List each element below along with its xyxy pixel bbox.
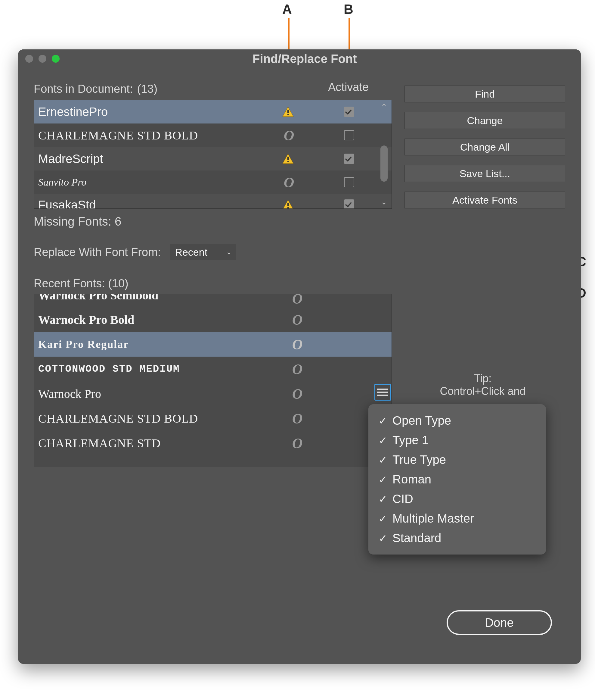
menu-item[interactable]: ✓True Type xyxy=(377,450,537,469)
svg-rect-7 xyxy=(287,203,289,206)
menu-item-label: True Type xyxy=(393,453,446,466)
check-icon: ✓ xyxy=(378,513,387,525)
check-icon: ✓ xyxy=(378,532,387,544)
font-row[interactable]: FusakaStd xyxy=(34,194,392,209)
scrollbar[interactable]: ⌃ ⌄ xyxy=(378,102,390,207)
scroll-thumb[interactable] xyxy=(380,145,388,182)
font-name: CHARLEMAGNE STD xyxy=(38,436,392,450)
find-replace-font-dialog: Find/Replace Font Activate Fonts in Docu… xyxy=(18,49,581,664)
font-type-filter-menu[interactable]: ✓Open Type ✓Type 1 ✓True Type ✓Roman ✓CI… xyxy=(368,404,546,555)
opentype-icon: O xyxy=(291,336,304,353)
menu-item-label: Type 1 xyxy=(393,433,429,447)
menu-item[interactable]: ✓Roman xyxy=(377,469,537,489)
check-icon: ✓ xyxy=(378,474,387,486)
zoom-icon[interactable] xyxy=(52,55,60,63)
menu-item-label: Roman xyxy=(393,473,431,486)
recent-font-row[interactable]: Warnock Pro O xyxy=(34,381,392,406)
font-name: ErnestinePro xyxy=(38,105,392,119)
svg-rect-2 xyxy=(287,114,289,115)
font-row[interactable]: MadreScript xyxy=(34,147,392,170)
activate-checkbox[interactable] xyxy=(344,177,354,187)
callout-a: A xyxy=(282,2,292,17)
replace-source-value: Recent xyxy=(175,246,207,258)
activate-checkbox[interactable] xyxy=(344,154,354,164)
fonts-in-doc-count: (13) xyxy=(137,83,158,96)
save-list-button[interactable]: Save List... xyxy=(404,165,565,182)
font-row[interactable]: ErnestinePro xyxy=(34,100,392,124)
callout-b: B xyxy=(344,2,353,17)
minimize-icon[interactable] xyxy=(38,55,46,63)
titlebar: Find/Replace Font xyxy=(18,49,581,68)
recent-fonts-count: (10) xyxy=(108,277,129,290)
opentype-icon: O xyxy=(291,294,304,307)
change-all-button[interactable]: Change All xyxy=(404,139,565,155)
warning-icon xyxy=(282,106,294,117)
activate-checkbox[interactable] xyxy=(344,107,354,117)
replace-with-label: Replace With Font From: xyxy=(34,246,161,259)
done-button[interactable]: Done xyxy=(447,610,552,635)
menu-item[interactable]: ✓Multiple Master xyxy=(377,509,537,528)
opentype-icon: O xyxy=(291,385,304,402)
recent-font-row[interactable]: Kari Pro Regular O xyxy=(34,332,392,357)
menu-item-label: Standard xyxy=(393,531,441,545)
font-name: COTTONWOOD STD MEDIUM xyxy=(38,363,392,375)
recent-fonts-text: Recent Fonts: xyxy=(34,277,105,290)
window-title: Find/Replace Font xyxy=(253,52,357,66)
check-icon: ✓ xyxy=(378,415,387,427)
missing-fonts-label: Missing Fonts: 6 xyxy=(34,215,392,228)
svg-rect-8 xyxy=(287,207,289,209)
find-button[interactable]: Find xyxy=(404,85,565,102)
window-controls xyxy=(18,55,60,63)
font-name: MadreScript xyxy=(38,152,392,166)
activate-fonts-button[interactable]: Activate Fonts xyxy=(404,192,565,209)
warning-icon xyxy=(282,153,294,164)
opentype-icon: O xyxy=(291,312,304,328)
svg-rect-4 xyxy=(287,157,289,160)
font-name: Warnock Pro Semibold xyxy=(38,294,392,302)
font-name: Warnock Pro xyxy=(38,387,392,401)
font-name: CHARLEMAGNE STD BOLD xyxy=(38,411,392,426)
opentype-icon: O xyxy=(291,361,304,377)
font-row[interactable]: Sanvito Pro O xyxy=(34,170,392,194)
warning-icon xyxy=(282,199,294,209)
recent-fonts-label: Recent Fonts: (10) xyxy=(34,277,392,290)
opentype-icon: O xyxy=(283,174,295,191)
close-icon[interactable] xyxy=(25,55,33,63)
recent-font-row[interactable]: Warnock Pro Semibold O xyxy=(34,294,392,307)
recent-font-row[interactable]: COTTONWOOD STD MEDIUM O xyxy=(34,357,392,381)
recent-fonts-list[interactable]: Warnock Pro Semibold O Warnock Pro Bold … xyxy=(34,294,392,467)
chevron-up-icon[interactable]: ⌃ xyxy=(381,102,387,112)
activate-column-header: Activate xyxy=(328,81,369,94)
recent-font-row[interactable]: CHARLEMAGNE STD O xyxy=(34,431,392,455)
svg-rect-1 xyxy=(287,110,289,113)
recent-font-row[interactable]: Warnock Pro Bold O xyxy=(34,307,392,332)
menu-item[interactable]: ✓Standard xyxy=(377,528,537,548)
chevron-down-icon[interactable]: ⌄ xyxy=(381,197,387,207)
menu-item-label: Open Type xyxy=(393,414,451,427)
filter-list-icon[interactable] xyxy=(374,384,391,401)
font-name: Sanvito Pro xyxy=(38,177,392,188)
menu-item[interactable]: ✓Type 1 xyxy=(377,430,537,450)
font-name: Kari Pro Regular xyxy=(38,338,392,351)
menu-item-label: CID xyxy=(393,492,413,506)
menu-item[interactable]: ✓CID xyxy=(377,489,537,509)
check-icon: ✓ xyxy=(378,434,387,447)
check-icon: ✓ xyxy=(378,493,387,505)
check-icon: ✓ xyxy=(378,454,387,466)
fonts-in-doc-text: Fonts in Document: xyxy=(34,83,133,96)
document-fonts-list[interactable]: ErnestinePro CHARLEMAGNE STD BOLD O Madr… xyxy=(34,100,392,209)
recent-font-row[interactable]: CHARLEMAGNE STD BOLD O xyxy=(34,406,392,431)
opentype-icon: O xyxy=(283,127,295,144)
menu-item[interactable]: ✓Open Type xyxy=(377,411,537,430)
chevron-down-icon: ⌄ xyxy=(226,248,231,256)
font-name: FusakaStd xyxy=(38,198,392,209)
opentype-icon: O xyxy=(291,410,304,427)
replace-source-select[interactable]: Recent ⌄ xyxy=(170,244,236,260)
svg-rect-5 xyxy=(287,161,289,162)
activate-checkbox[interactable] xyxy=(344,199,354,209)
menu-item-label: Multiple Master xyxy=(393,512,474,525)
change-button[interactable]: Change xyxy=(404,112,565,129)
font-row[interactable]: CHARLEMAGNE STD BOLD O xyxy=(34,124,392,147)
activate-checkbox[interactable] xyxy=(344,130,354,140)
tip-line: Tip: xyxy=(410,372,555,385)
